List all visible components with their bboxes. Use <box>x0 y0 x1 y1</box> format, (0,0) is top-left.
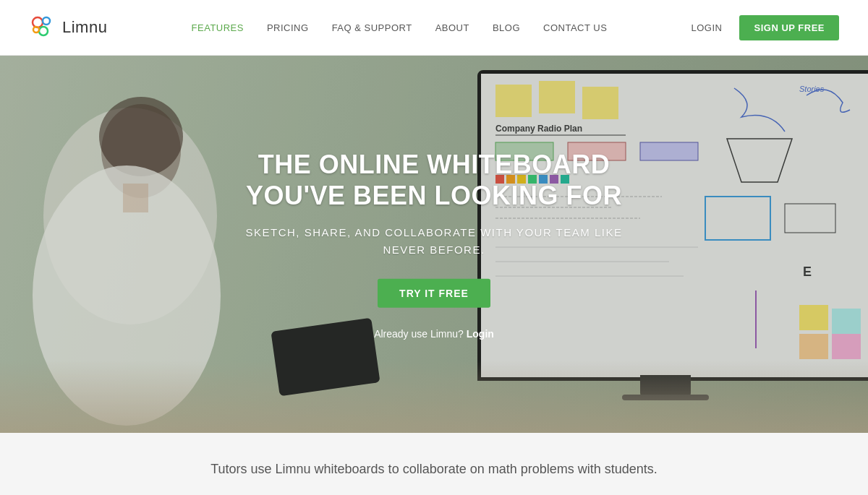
nav-features[interactable]: FEATURES <box>192 22 244 33</box>
svg-point-1 <box>43 17 50 25</box>
try-free-button[interactable]: TRY IT FREE <box>378 279 490 308</box>
hero-content: THE ONLINE WHITEBOARD YOU'VE BEEN LOOKIN… <box>231 149 637 340</box>
hero-section: Company Radio Plan <box>0 56 868 433</box>
logo[interactable]: Limnu <box>29 14 107 41</box>
hero-subtitle: SKETCH, SHARE, AND COLLABORATE WITH YOUR… <box>231 224 637 259</box>
hero-login-link[interactable]: Login <box>467 328 494 340</box>
main-nav: FEATURES PRICING FAQ & SUPPORT ABOUT BLO… <box>192 22 608 33</box>
header: Limnu FEATURES PRICING FAQ & SUPPORT ABO… <box>0 0 868 56</box>
logo-text: Limnu <box>62 18 107 37</box>
nav-actions: LOGIN SIGN UP FREE <box>692 15 839 40</box>
nav-contact-us[interactable]: CONTACT US <box>543 22 607 33</box>
hero-title: THE ONLINE WHITEBOARD YOU'VE BEEN LOOKIN… <box>231 149 637 211</box>
login-link[interactable]: LOGIN <box>692 22 723 33</box>
nav-blog[interactable]: BLOG <box>493 22 520 33</box>
svg-point-3 <box>33 27 39 33</box>
tagline: Tutors use Limnu whiteboards to collabor… <box>29 462 839 477</box>
below-hero-section: Tutors use Limnu whiteboards to collabor… <box>0 433 868 495</box>
hero-already-text: Already use Limnu? Login <box>231 328 637 340</box>
signup-button[interactable]: SIGN UP FREE <box>739 15 839 40</box>
nav-about[interactable]: ABOUT <box>435 22 469 33</box>
logo-icon <box>29 14 56 41</box>
nav-faq-support[interactable]: FAQ & SUPPORT <box>332 22 412 33</box>
svg-point-0 <box>33 17 43 27</box>
nav-pricing[interactable]: PRICING <box>267 22 309 33</box>
svg-point-2 <box>39 27 48 35</box>
